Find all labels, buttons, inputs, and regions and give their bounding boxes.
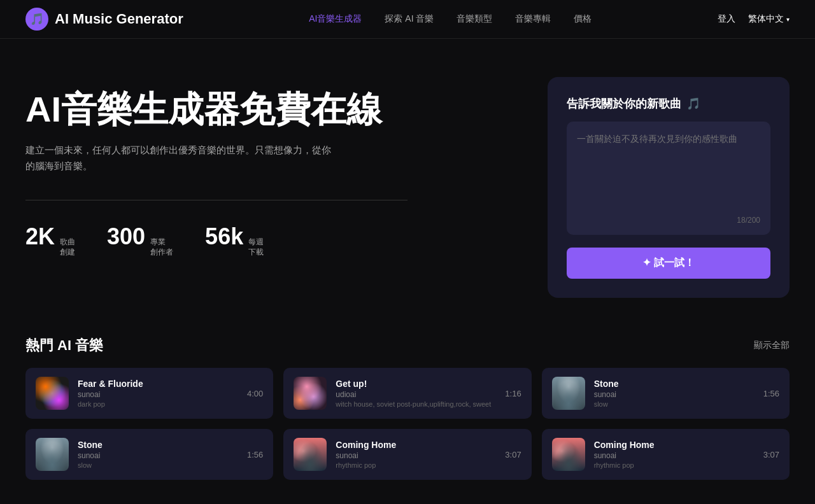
track-thumbnail bbox=[294, 377, 327, 410]
track-thumbnail bbox=[552, 438, 585, 471]
track-genre: slow bbox=[594, 400, 755, 408]
section-title: 熱門 AI 音樂 bbox=[25, 336, 103, 355]
stat-songs-value: 2K bbox=[25, 223, 55, 250]
track-info: Coming Home sunoai rhythmic pop bbox=[336, 440, 496, 469]
track-duration: 1:56 bbox=[763, 389, 779, 398]
list-item[interactable]: Stone sunoai slow 1:56 bbox=[25, 429, 273, 480]
track-thumbnail bbox=[36, 438, 69, 471]
track-name: Fear & Fluoride bbox=[78, 379, 238, 389]
track-genre: rhythmic pop bbox=[336, 461, 496, 469]
list-item[interactable]: Get up! udioai witch house, soviet post-… bbox=[283, 368, 531, 419]
track-duration: 4:00 bbox=[247, 389, 263, 398]
track-artist: sunoai bbox=[78, 390, 238, 399]
logo-text: AI Music Generator bbox=[55, 11, 183, 27]
music-grid: Fear & Fluoride sunoai dark pop 4:00 Get… bbox=[25, 368, 790, 480]
track-artist: sunoai bbox=[78, 451, 238, 460]
stat-creators-label1: 專業 bbox=[150, 237, 173, 248]
list-item[interactable]: Coming Home sunoai rhythmic pop 3:07 bbox=[283, 429, 531, 480]
main-nav: AI音樂生成器 探索 AI 音樂 音樂類型 音樂專輯 價格 bbox=[309, 13, 592, 25]
track-artist: sunoai bbox=[594, 390, 755, 399]
stat-creators-value: 300 bbox=[107, 223, 145, 250]
stat-songs: 2K 歌曲 創建 bbox=[25, 223, 75, 258]
nav-item-genre[interactable]: 音樂類型 bbox=[457, 13, 492, 25]
textarea-wrapper: 18/200 bbox=[567, 122, 770, 235]
logo[interactable]: 🎵 AI Music Generator bbox=[25, 8, 183, 31]
track-genre: witch house, soviet post-punk,uplifting,… bbox=[336, 400, 496, 408]
stats-row: 2K 歌曲 創建 300 專業 創作者 56k 每週 下載 bbox=[25, 223, 382, 258]
language-selector[interactable]: 繁体中文 ▾ bbox=[748, 13, 790, 25]
track-thumbnail bbox=[294, 438, 327, 471]
stat-downloads-value: 56k bbox=[205, 223, 243, 250]
stat-downloads-label1: 每週 bbox=[248, 237, 264, 248]
nav-item-price[interactable]: 價格 bbox=[574, 13, 592, 25]
hero-title: AI音樂生成器免費在線 bbox=[25, 90, 382, 129]
nav-item-generator[interactable]: AI音樂生成器 bbox=[309, 13, 362, 25]
hero-left: AI音樂生成器免費在線 建立一個未來，任何人都可以創作出優秀音樂的世界。只需想像… bbox=[25, 77, 382, 258]
track-artist: sunoai bbox=[594, 451, 755, 460]
track-duration: 3:07 bbox=[505, 450, 521, 459]
track-name: Coming Home bbox=[336, 440, 496, 450]
logo-icon: 🎵 bbox=[25, 8, 48, 31]
song-generator-card: 告訴我關於你的新歌曲 🎵 18/200 ✦ 試一試！ bbox=[548, 77, 790, 298]
song-description-input[interactable] bbox=[577, 132, 760, 208]
track-genre: slow bbox=[78, 461, 238, 469]
track-thumbnail bbox=[36, 377, 69, 410]
chevron-down-icon: ▾ bbox=[786, 16, 790, 23]
header-right: 登入 繁体中文 ▾ bbox=[718, 13, 790, 25]
track-info: Coming Home sunoai rhythmic pop bbox=[594, 440, 755, 469]
track-genre: rhythmic pop bbox=[594, 461, 755, 469]
track-name: Stone bbox=[594, 379, 755, 389]
track-info: Stone sunoai slow bbox=[594, 379, 755, 408]
nav-item-album[interactable]: 音樂專輯 bbox=[515, 13, 551, 25]
popular-section: 熱門 AI 音樂 顯示全部 Fear & Fluoride sunoai dar… bbox=[0, 323, 815, 504]
track-artist: udioai bbox=[336, 390, 496, 399]
track-duration: 3:07 bbox=[763, 450, 779, 459]
hero-divider bbox=[25, 200, 408, 200]
stat-creators-label2: 創作者 bbox=[150, 247, 173, 258]
header: 🎵 AI Music Generator AI音樂生成器 探索 AI 音樂 音樂… bbox=[0, 0, 815, 39]
stat-songs-label1: 歌曲 bbox=[60, 237, 75, 248]
hero-section: AI音樂生成器免費在線 建立一個未來，任何人都可以創作出優秀音樂的世界。只需想像… bbox=[0, 39, 815, 323]
try-button[interactable]: ✦ 試一試！ bbox=[567, 248, 770, 279]
track-info: Stone sunoai slow bbox=[78, 440, 238, 469]
nav-item-explore[interactable]: 探索 AI 音樂 bbox=[385, 13, 434, 25]
stat-creators: 300 專業 創作者 bbox=[107, 223, 173, 258]
list-item[interactable]: Stone sunoai slow 1:56 bbox=[542, 368, 790, 419]
track-genre: dark pop bbox=[78, 400, 238, 408]
track-name: Get up! bbox=[336, 379, 496, 389]
stat-downloads: 56k 每週 下載 bbox=[205, 223, 264, 258]
show-all-button[interactable]: 顯示全部 bbox=[754, 340, 790, 351]
track-info: Get up! udioai witch house, soviet post-… bbox=[336, 379, 496, 408]
track-duration: 1:16 bbox=[505, 389, 521, 398]
track-duration: 1:56 bbox=[247, 450, 263, 459]
music-emoji-icon: 🎵 bbox=[686, 97, 700, 111]
stat-songs-label2: 創建 bbox=[60, 247, 75, 258]
track-thumbnail bbox=[552, 377, 585, 410]
char-count: 18/200 bbox=[577, 216, 760, 225]
section-header: 熱門 AI 音樂 顯示全部 bbox=[25, 336, 790, 355]
login-button[interactable]: 登入 bbox=[718, 13, 735, 25]
list-item[interactable]: Coming Home sunoai rhythmic pop 3:07 bbox=[542, 429, 790, 480]
track-info: Fear & Fluoride sunoai dark pop bbox=[78, 379, 238, 408]
track-name: Coming Home bbox=[594, 440, 755, 450]
track-name: Stone bbox=[78, 440, 238, 450]
card-title: 告訴我關於你的新歌曲 🎵 bbox=[567, 96, 770, 111]
stat-downloads-label2: 下載 bbox=[248, 247, 264, 258]
list-item[interactable]: Fear & Fluoride sunoai dark pop 4:00 bbox=[25, 368, 273, 419]
hero-subtitle: 建立一個未來，任何人都可以創作出優秀音樂的世界。只需想像力，從你的腦海到音樂。 bbox=[25, 142, 331, 174]
track-artist: sunoai bbox=[336, 451, 496, 460]
